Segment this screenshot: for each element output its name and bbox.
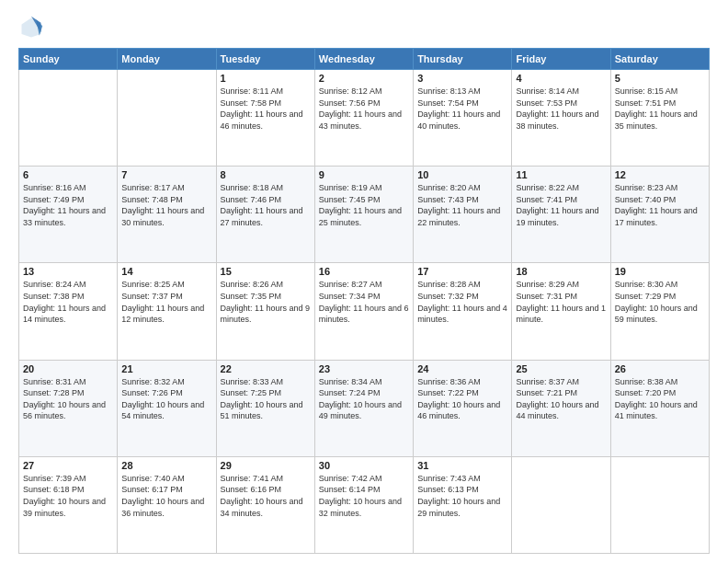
day-number: 21	[121, 363, 211, 374]
calendar-cell: 20Sunrise: 8:31 AM Sunset: 7:28 PM Dayli…	[19, 360, 118, 456]
day-info: Sunrise: 8:33 AM Sunset: 7:25 PM Dayligh…	[221, 376, 311, 422]
calendar-cell: 28Sunrise: 7:40 AM Sunset: 6:17 PM Dayli…	[118, 456, 216, 553]
calendar-cell: 9Sunrise: 8:19 AM Sunset: 7:45 PM Daylig…	[314, 167, 413, 263]
day-number: 18	[516, 266, 606, 277]
day-info: Sunrise: 8:30 AM Sunset: 7:29 PM Dayligh…	[615, 279, 705, 325]
day-number: 25	[516, 363, 606, 374]
weekday-header-sunday: Sunday	[19, 49, 118, 70]
calendar-cell: 22Sunrise: 8:33 AM Sunset: 7:25 PM Dayli…	[216, 360, 314, 456]
day-info: Sunrise: 8:24 AM Sunset: 7:38 PM Dayligh…	[23, 279, 113, 325]
day-info: Sunrise: 8:26 AM Sunset: 7:35 PM Dayligh…	[221, 279, 311, 325]
calendar-table: SundayMondayTuesdayWednesdayThursdayFrid…	[18, 48, 710, 554]
calendar-cell	[512, 456, 610, 553]
day-info: Sunrise: 8:25 AM Sunset: 7:37 PM Dayligh…	[121, 279, 211, 325]
calendar-cell: 12Sunrise: 8:23 AM Sunset: 7:40 PM Dayli…	[610, 167, 709, 263]
day-info: Sunrise: 8:28 AM Sunset: 7:32 PM Dayligh…	[417, 279, 507, 325]
day-number: 24	[417, 363, 507, 374]
calendar-cell: 23Sunrise: 8:34 AM Sunset: 7:24 PM Dayli…	[314, 360, 413, 456]
day-number: 29	[221, 460, 311, 471]
weekday-header-monday: Monday	[118, 49, 216, 70]
day-number: 15	[221, 266, 311, 277]
day-number: 14	[121, 266, 211, 277]
calendar-cell: 25Sunrise: 8:37 AM Sunset: 7:21 PM Dayli…	[512, 360, 610, 456]
calendar-cell: 16Sunrise: 8:27 AM Sunset: 7:34 PM Dayli…	[314, 263, 413, 360]
day-info: Sunrise: 8:23 AM Sunset: 7:40 PM Dayligh…	[615, 182, 705, 228]
day-info: Sunrise: 8:13 AM Sunset: 7:54 PM Dayligh…	[417, 86, 507, 132]
calendar-cell: 8Sunrise: 8:18 AM Sunset: 7:46 PM Daylig…	[216, 167, 314, 263]
day-info: Sunrise: 7:40 AM Sunset: 6:17 PM Dayligh…	[121, 473, 211, 519]
calendar-cell: 15Sunrise: 8:26 AM Sunset: 7:35 PM Dayli…	[216, 263, 314, 360]
calendar-cell: 27Sunrise: 7:39 AM Sunset: 6:18 PM Dayli…	[19, 456, 118, 553]
calendar-cell	[19, 70, 118, 167]
day-info: Sunrise: 8:32 AM Sunset: 7:26 PM Dayligh…	[121, 376, 211, 422]
logo-icon	[18, 15, 44, 40]
calendar-cell: 19Sunrise: 8:30 AM Sunset: 7:29 PM Dayli…	[610, 263, 709, 360]
day-number: 6	[23, 169, 113, 180]
calendar-cell: 30Sunrise: 7:42 AM Sunset: 6:14 PM Dayli…	[314, 456, 413, 553]
day-number: 5	[615, 73, 705, 84]
day-info: Sunrise: 8:31 AM Sunset: 7:28 PM Dayligh…	[23, 376, 113, 422]
calendar-week-row: 6Sunrise: 8:16 AM Sunset: 7:49 PM Daylig…	[19, 167, 710, 263]
calendar-week-row: 13Sunrise: 8:24 AM Sunset: 7:38 PM Dayli…	[19, 263, 710, 360]
day-number: 17	[417, 266, 507, 277]
weekday-header-wednesday: Wednesday	[314, 49, 413, 70]
day-info: Sunrise: 8:16 AM Sunset: 7:49 PM Dayligh…	[23, 182, 113, 228]
calendar-cell: 11Sunrise: 8:22 AM Sunset: 7:41 PM Dayli…	[512, 167, 610, 263]
logo	[18, 15, 48, 40]
day-info: Sunrise: 8:12 AM Sunset: 7:56 PM Dayligh…	[319, 86, 409, 132]
day-info: Sunrise: 8:14 AM Sunset: 7:53 PM Dayligh…	[516, 86, 606, 132]
day-number: 9	[319, 169, 409, 180]
calendar-cell: 17Sunrise: 8:28 AM Sunset: 7:32 PM Dayli…	[414, 263, 512, 360]
calendar-cell: 18Sunrise: 8:29 AM Sunset: 7:31 PM Dayli…	[512, 263, 610, 360]
day-number: 19	[615, 266, 705, 277]
calendar-cell: 29Sunrise: 7:41 AM Sunset: 6:16 PM Dayli…	[216, 456, 314, 553]
calendar-cell: 1Sunrise: 8:11 AM Sunset: 7:58 PM Daylig…	[216, 70, 314, 167]
day-number: 3	[417, 73, 507, 84]
day-number: 27	[23, 460, 113, 471]
day-number: 22	[221, 363, 311, 374]
day-number: 31	[417, 460, 507, 471]
calendar-cell: 2Sunrise: 8:12 AM Sunset: 7:56 PM Daylig…	[314, 70, 413, 167]
day-info: Sunrise: 8:11 AM Sunset: 7:58 PM Dayligh…	[221, 86, 311, 132]
day-info: Sunrise: 8:29 AM Sunset: 7:31 PM Dayligh…	[516, 279, 606, 325]
day-number: 16	[319, 266, 409, 277]
weekday-header-friday: Friday	[512, 49, 610, 70]
day-info: Sunrise: 8:20 AM Sunset: 7:43 PM Dayligh…	[417, 182, 507, 228]
day-number: 12	[615, 169, 705, 180]
day-info: Sunrise: 8:17 AM Sunset: 7:48 PM Dayligh…	[121, 182, 211, 228]
day-info: Sunrise: 8:36 AM Sunset: 7:22 PM Dayligh…	[417, 376, 507, 422]
calendar-cell: 5Sunrise: 8:15 AM Sunset: 7:51 PM Daylig…	[610, 70, 709, 167]
day-number: 11	[516, 169, 606, 180]
calendar-cell: 10Sunrise: 8:20 AM Sunset: 7:43 PM Dayli…	[414, 167, 512, 263]
calendar-cell: 13Sunrise: 8:24 AM Sunset: 7:38 PM Dayli…	[19, 263, 118, 360]
day-number: 7	[121, 169, 211, 180]
calendar-cell: 26Sunrise: 8:38 AM Sunset: 7:20 PM Dayli…	[610, 360, 709, 456]
day-info: Sunrise: 7:41 AM Sunset: 6:16 PM Dayligh…	[221, 473, 311, 519]
day-info: Sunrise: 8:27 AM Sunset: 7:34 PM Dayligh…	[319, 279, 409, 325]
calendar-cell: 14Sunrise: 8:25 AM Sunset: 7:37 PM Dayli…	[118, 263, 216, 360]
day-number: 30	[319, 460, 409, 471]
calendar-week-row: 27Sunrise: 7:39 AM Sunset: 6:18 PM Dayli…	[19, 456, 710, 553]
day-info: Sunrise: 8:37 AM Sunset: 7:21 PM Dayligh…	[516, 376, 606, 422]
calendar-cell: 21Sunrise: 8:32 AM Sunset: 7:26 PM Dayli…	[118, 360, 216, 456]
day-number: 26	[615, 363, 705, 374]
day-info: Sunrise: 7:39 AM Sunset: 6:18 PM Dayligh…	[23, 473, 113, 519]
calendar-cell: 6Sunrise: 8:16 AM Sunset: 7:49 PM Daylig…	[19, 167, 118, 263]
calendar-cell: 3Sunrise: 8:13 AM Sunset: 7:54 PM Daylig…	[414, 70, 512, 167]
day-number: 10	[417, 169, 507, 180]
day-number: 8	[221, 169, 311, 180]
calendar-week-row: 20Sunrise: 8:31 AM Sunset: 7:28 PM Dayli…	[19, 360, 710, 456]
weekday-header-saturday: Saturday	[610, 49, 709, 70]
day-info: Sunrise: 8:22 AM Sunset: 7:41 PM Dayligh…	[516, 182, 606, 228]
day-number: 4	[516, 73, 606, 84]
header	[18, 15, 710, 40]
day-number: 13	[23, 266, 113, 277]
day-info: Sunrise: 8:15 AM Sunset: 7:51 PM Dayligh…	[615, 86, 705, 132]
calendar-cell: 31Sunrise: 7:43 AM Sunset: 6:13 PM Dayli…	[414, 456, 512, 553]
day-info: Sunrise: 8:19 AM Sunset: 7:45 PM Dayligh…	[319, 182, 409, 228]
day-number: 1	[221, 73, 311, 84]
calendar-cell	[118, 70, 216, 167]
day-number: 20	[23, 363, 113, 374]
calendar-cell: 24Sunrise: 8:36 AM Sunset: 7:22 PM Dayli…	[414, 360, 512, 456]
day-number: 28	[121, 460, 211, 471]
